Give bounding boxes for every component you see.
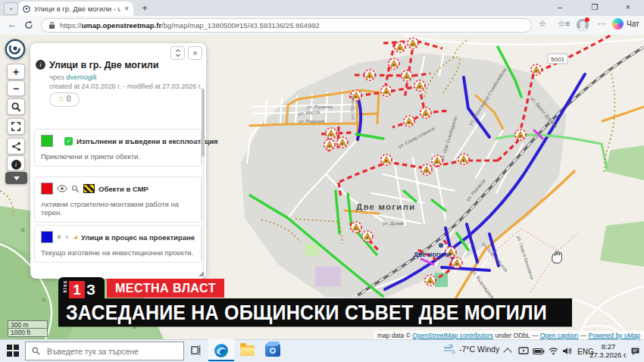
- collections-icon[interactable]: ☆≡: [558, 19, 570, 29]
- browser-tab[interactable]: Улици в гр. Две могили - uMap ×: [18, 2, 133, 16]
- search-icon: [11, 102, 21, 112]
- construction-hazard-icon: [83, 184, 95, 193]
- station-label: Две могили: [414, 251, 451, 258]
- panel-scroll-more-indicator: [199, 271, 204, 276]
- scale-bar-metric: 300 m: [8, 320, 48, 329]
- window-maximize-button[interactable]: ❐: [582, 0, 608, 15]
- svg-text:ул. Русалка: ул. Русалка: [307, 104, 333, 109]
- panel-scrollbar-thumb[interactable]: [202, 89, 205, 157]
- layer-name: Обекти в СМР: [98, 185, 148, 193]
- layer-name: Улици в процес на проектиране: [81, 233, 195, 242]
- author-link[interactable]: dvemogili: [66, 73, 96, 81]
- svg-text:ул. Дунав: ул. Дунав: [383, 220, 404, 226]
- design-ruler-icon: [73, 233, 78, 241]
- map-search-button[interactable]: [7, 98, 25, 115]
- new-tab-button[interactable]: +: [139, 3, 151, 14]
- visibility-eye-icon[interactable]: [57, 233, 61, 241]
- svg-text:ул. Радецки: ул. Радецки: [299, 118, 325, 123]
- favorite-star-icon[interactable]: ☆: [539, 19, 546, 29]
- lock-icon: [48, 21, 55, 30]
- zoom-to-layer-icon[interactable]: [71, 185, 80, 193]
- weather-text: -7°C Windy: [459, 345, 499, 354]
- layer-swatch-construction: [41, 183, 53, 195]
- layer-card-completed[interactable]: ✓ Изпълнени и въведени в експлоатация Пр…: [34, 129, 202, 167]
- powered-by-umap-link[interactable]: Powered by uMap: [588, 332, 640, 339]
- channel-digit-3: З: [86, 281, 95, 299]
- task-view-button[interactable]: [183, 339, 208, 361]
- town-label: Две могили: [356, 202, 415, 211]
- layer-description: Текущо изготвяне на инвестиционни проект…: [41, 248, 195, 257]
- news-headline: ЗАСЕДАНИЕ НА ОБЩИНСКИ СЪВЕТ ДВЕ МОГИЛИ: [58, 298, 572, 326]
- file-explorer-button[interactable]: [234, 339, 260, 361]
- url-text: https://umap.openstreetmap.fr/bg/map/map…: [60, 21, 320, 30]
- open-caption-link[interactable]: Open caption: [540, 332, 579, 339]
- svg-text:5001: 5001: [551, 56, 564, 63]
- panel-sort-button[interactable]: [170, 46, 185, 60]
- layer-card-construction[interactable]: Обекти в СМР Активни строително-монтажни…: [34, 176, 202, 223]
- taskbar-weather[interactable]: -7°C Windy: [443, 345, 499, 354]
- back-button[interactable]: ←: [8, 19, 17, 30]
- visibility-eye-icon[interactable]: [57, 185, 67, 192]
- umap-home-button[interactable]: [5, 39, 26, 60]
- map-info-icon: i: [36, 60, 45, 70]
- news-category-badge: МЕСТНА ВЛАСТ: [107, 279, 224, 298]
- fullscreen-button[interactable]: [7, 118, 25, 135]
- tab-close-icon[interactable]: ×: [124, 5, 129, 13]
- copilot-icon: [612, 18, 624, 30]
- browser-menu-icon[interactable]: ⋯: [598, 19, 606, 29]
- date: 27.3.2026 г.: [589, 351, 627, 359]
- svg-text:ул. Осогово: ул. Осогово: [349, 94, 355, 120]
- collapse-controls-button[interactable]: [5, 172, 27, 184]
- layer-swatch-completed: [41, 135, 53, 147]
- taskbar-search[interactable]: [25, 342, 184, 360]
- refresh-button[interactable]: [24, 20, 33, 30]
- window-minimize-button[interactable]: –: [547, 0, 573, 15]
- action-center-icon[interactable]: [630, 347, 640, 356]
- profile-notification-dot: [585, 17, 589, 22]
- layer-description: Активни строително-монтажни работи на те…: [41, 200, 195, 217]
- road-ref-badge: 5001: [548, 54, 567, 64]
- layer-card-design[interactable]: Улици в процес на проектиране Текущо изг…: [34, 225, 202, 263]
- taskbar-edge-button[interactable]: [208, 339, 234, 361]
- panel-close-button[interactable]: ×: [188, 46, 202, 60]
- layer-description: Приключени и приети обекти.: [41, 152, 195, 161]
- zoom-to-layer-icon[interactable]: [65, 233, 69, 242]
- star-icon: ☆: [58, 95, 64, 103]
- share-button[interactable]: [7, 138, 25, 154]
- osm-contributors-link[interactable]: OpenStreetMap contributors: [412, 332, 493, 339]
- taskbar-clock[interactable]: 8:27 27.3.2026 г.: [589, 342, 627, 359]
- address-bar[interactable]: https://umap.openstreetmap.fr/bg/map/map…: [41, 18, 532, 33]
- wifi-icon[interactable]: [549, 347, 558, 355]
- battery-icon[interactable]: [533, 348, 545, 355]
- star-button[interactable]: ☆ 0: [49, 92, 80, 107]
- wind-icon: [443, 345, 455, 354]
- layer-swatch-design: [41, 231, 53, 243]
- fullscreen-icon: [11, 122, 20, 131]
- channel-digit-1: 1: [69, 281, 85, 299]
- about-button[interactable]: i: [7, 155, 25, 171]
- edge-icon: [214, 343, 229, 358]
- blue-app-icon: [265, 344, 280, 357]
- copilot-button[interactable]: Чат: [612, 18, 639, 30]
- zoom-in-button[interactable]: +: [7, 64, 25, 80]
- map-byline: чрез dvemogili: [49, 73, 96, 81]
- start-button[interactable]: [7, 345, 19, 357]
- scale-bar-imperial: 1000 ft: [8, 329, 48, 337]
- folder-icon: [240, 345, 255, 356]
- tab-actions-button[interactable]: ⌄: [4, 2, 18, 15]
- map-title: Улици в гр. Две могили: [49, 60, 158, 70]
- volume-icon[interactable]: [562, 347, 572, 355]
- station-marker: [438, 242, 444, 248]
- window-close-button[interactable]: ×: [615, 0, 641, 15]
- search-icon: [32, 347, 40, 355]
- zoom-out-button[interactable]: −: [7, 80, 25, 96]
- task-view-icon: [190, 345, 202, 355]
- taskbar-search-input[interactable]: [45, 346, 170, 357]
- map-dates: created at 24.03.2026 г. - modified at 2…: [49, 83, 202, 90]
- screen: ⌄ Улици в гр. Две могили - uMap × + – ❐ …: [0, 0, 644, 362]
- share-icon: [11, 142, 21, 151]
- taskbar-app-button[interactable]: [260, 339, 286, 361]
- device-tray-icon[interactable]: [518, 347, 529, 356]
- channel-name: kiss: [62, 287, 67, 293]
- umap-favicon: [23, 5, 30, 13]
